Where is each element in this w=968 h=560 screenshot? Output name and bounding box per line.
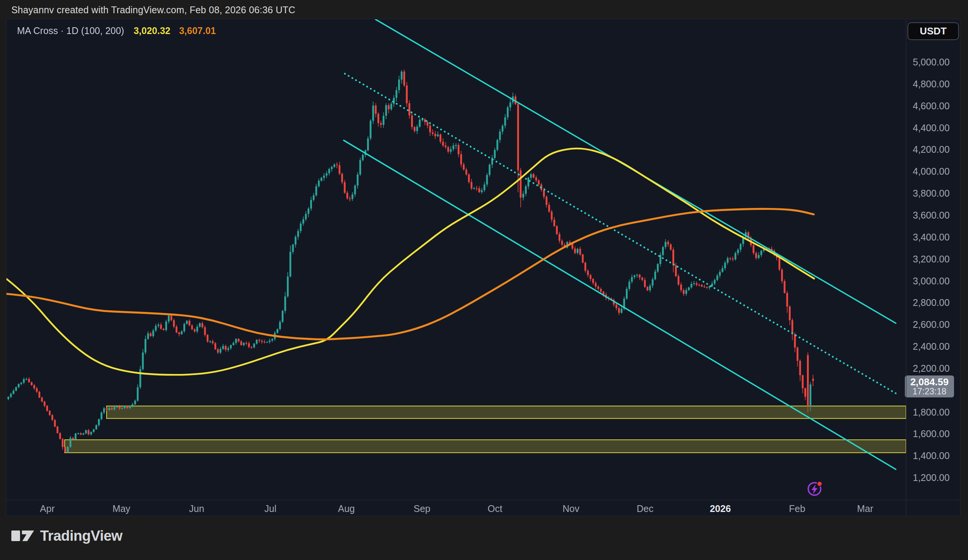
- price-axis-label: 1,600.00: [913, 428, 950, 439]
- time-axis-label: Feb: [789, 503, 805, 514]
- price-axis-label: 4,400.00: [913, 122, 950, 133]
- notification-dot: [817, 481, 822, 486]
- price-axis-label: 4,000.00: [913, 166, 950, 177]
- price-axis-label: 4,200.00: [913, 144, 950, 155]
- time-axis-label: Mar: [857, 503, 873, 514]
- time-axis-label: Aug: [338, 503, 355, 514]
- time-axis-label: May: [112, 503, 130, 514]
- price-axis-label: 5,000.00: [913, 57, 950, 68]
- time-axis[interactable]: AprMayJunJulAugSepOctNovDec2026FebMar: [7, 500, 961, 517]
- last-price-value: 2,084.59: [910, 377, 948, 387]
- time-axis-label: Apr: [40, 503, 55, 514]
- bottom-bar: TradingView: [0, 516, 968, 560]
- chart-panel: MA Cross · 1D (100, 200) 3,020.32 3,607.…: [6, 19, 960, 516]
- price-axis-label: 2,600.00: [913, 319, 950, 330]
- price-axis-label: 4,800.00: [913, 78, 950, 89]
- axis-divider-horizontal: [7, 500, 961, 500]
- time-axis-label: Oct: [488, 503, 502, 514]
- tradingview-screenshot: Shayannv created with TradingView.com, F…: [0, 0, 968, 560]
- tradingview-logo[interactable]: TradingView: [12, 527, 123, 544]
- tradingview-wordmark: TradingView: [40, 528, 123, 544]
- price-axis-label: 1,800.00: [913, 406, 950, 418]
- last-price-tag: 2,084.59 17:23:18: [905, 376, 954, 398]
- time-axis-label: Dec: [637, 503, 653, 514]
- price-axis-label: 4,600.00: [913, 100, 950, 111]
- currency-unit-button[interactable]: USDT: [907, 22, 959, 40]
- time-axis-label: Jun: [189, 503, 204, 514]
- price-axis-label: 3,000.00: [913, 275, 950, 286]
- ma-slow-value: 3,607.01: [179, 25, 216, 36]
- price-axis-label: 3,600.00: [913, 209, 950, 220]
- attribution-bar: Shayannv created with TradingView.com, F…: [0, 0, 968, 19]
- price-axis-label: 1,400.00: [913, 451, 950, 461]
- attribution-text: Shayannv created with TradingView.com, F…: [12, 5, 295, 15]
- time-axis-label: Nov: [563, 503, 579, 514]
- time-axis-label: Sep: [414, 503, 430, 514]
- price-axis-label: 2,400.00: [913, 341, 950, 352]
- instant-alerts-icon[interactable]: [806, 479, 825, 498]
- price-axis-label: 3,200.00: [913, 253, 950, 264]
- lightning-bolt-icon: [811, 484, 817, 494]
- price-axis[interactable]: USDT 2,084.59 17:23:18 5,000.004,800.004…: [907, 19, 961, 500]
- tradingview-logo-icon: [12, 527, 36, 544]
- price-axis-label: 3,400.00: [913, 231, 950, 242]
- time-axis-label: 2026: [710, 503, 731, 514]
- axis-divider-vertical: [906, 19, 907, 517]
- indicator-title[interactable]: MA Cross · 1D (100, 200): [17, 25, 124, 36]
- bar-countdown: 17:23:18: [912, 387, 946, 396]
- time-axis-label: Jul: [264, 503, 277, 514]
- price-axis-label: 2,800.00: [913, 297, 950, 308]
- price-axis-label: 3,800.00: [913, 188, 950, 199]
- price-axis-label: 2,200.00: [913, 363, 950, 374]
- price-chart-canvas[interactable]: [7, 19, 906, 500]
- ma-fast-value: 3,020.32: [133, 25, 170, 36]
- price-axis-label: 1,200.00: [913, 472, 950, 483]
- indicator-legend[interactable]: MA Cross · 1D (100, 200) 3,020.32 3,607.…: [17, 25, 216, 36]
